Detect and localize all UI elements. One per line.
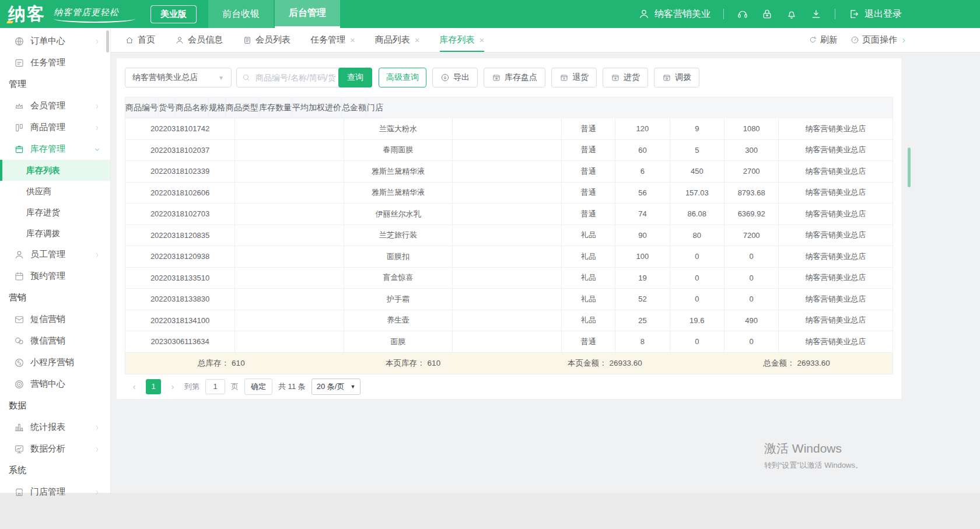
page-size-select[interactable]: 20 条/页 ▼ <box>312 379 361 395</box>
advanced-search-button[interactable]: 高级查询 <box>379 68 426 87</box>
sidebar-item-miniprogram-marketing[interactable]: 小程序营销 <box>0 352 110 373</box>
prev-page-button[interactable]: ‹ <box>128 381 140 391</box>
table-row[interactable]: 20220318133830 护手霜 礼品 52 0 0 纳客营销美业总店 <box>125 289 892 310</box>
cell-product-code: 20220318102703 <box>125 204 235 225</box>
refresh-icon <box>808 36 817 44</box>
table-row[interactable]: 20220318102703 伊丽丝尔水乳 普通 74 86.08 6369.9… <box>125 204 892 225</box>
notification-bell-icon[interactable] <box>786 8 797 20</box>
nav-front-cashier[interactable]: 前台收银 <box>208 0 274 28</box>
stocktake-button[interactable]: 库存盘点 <box>484 68 545 87</box>
slogan-text: 纳客管店更轻松 <box>54 7 135 18</box>
cell-stock-qty: 100 <box>615 246 670 268</box>
lock-icon[interactable] <box>761 8 773 20</box>
sidebar-item-task-management[interactable]: 任务管理 <box>0 52 110 73</box>
sidebar-item-store-management[interactable]: 门店管理 <box>0 481 110 503</box>
table-row[interactable]: 20220318101742 兰蔻大粉水 普通 120 9 1080 纳客营销美… <box>125 118 892 140</box>
sidebar-item-order-center[interactable]: 订单中心 <box>0 30 110 52</box>
cell-product-code: 20220318134100 <box>125 310 235 332</box>
slogan: 纳客管店更轻松 <box>54 7 135 23</box>
sidebar-section-marketing: 营销 <box>0 287 110 309</box>
cell-product-name: 面膜扣 <box>344 246 453 268</box>
export-label: 导出 <box>453 72 470 83</box>
nav-back-management[interactable]: 后台管理 <box>275 0 340 28</box>
cell-product-name: 雅斯兰黛精华液 <box>344 161 453 183</box>
tab-inventory-list[interactable]: 库存列表 × <box>440 28 485 52</box>
cell-total-amount: 0 <box>724 268 779 289</box>
tab-home[interactable]: 首页 <box>125 28 155 52</box>
user-menu[interactable]: 纳客营销美业 <box>638 8 710 20</box>
table-row[interactable]: 20220318133510 盲盒惊喜 礼品 19 0 0 纳客营销美业总店 <box>125 268 892 289</box>
sidebar-item-supplier[interactable]: 供应商 <box>0 181 110 202</box>
cell-total-amount: 7200 <box>724 225 779 247</box>
sidebar-item-wechat-marketing[interactable]: 微信营销 <box>0 330 110 352</box>
page-size-value: 20 条/页 <box>317 381 345 392</box>
cell-product-code: 20230306113634 <box>125 331 235 353</box>
cell-spec <box>453 140 562 162</box>
sidebar-item-staff-management[interactable]: 员工管理 <box>0 244 110 265</box>
cell-total-amount: 2700 <box>724 161 779 183</box>
close-icon[interactable]: × <box>415 35 420 45</box>
tab-member-info[interactable]: 会员信息 <box>175 28 223 52</box>
sidebar-item-inventory-purchase[interactable]: 库存进货 <box>0 202 110 223</box>
sidebar-item-inventory-list[interactable]: 库存列表 <box>0 160 110 181</box>
table-row[interactable]: 20220318134100 养生壶 礼品 25 19.6 490 纳客营销美业… <box>125 310 892 332</box>
goto-page-input[interactable] <box>205 379 225 394</box>
cell-item-number <box>235 289 344 310</box>
table-row[interactable]: 20230306113634 面膜 普通 8 0 0 纳客营销美业总店 <box>125 331 892 353</box>
next-page-button[interactable]: › <box>167 381 178 391</box>
store-select[interactable]: 纳客营销美业总店 ▼ <box>125 68 232 87</box>
sidebar-item-inventory-management[interactable]: 库存管理 <box>0 138 110 160</box>
table-row[interactable]: 20220318102037 春雨面膜 普通 60 5 300 纳客营销美业总店 <box>125 140 892 162</box>
user-icon <box>638 8 650 20</box>
table-row[interactable]: 20220318120938 面膜扣 礼品 100 0 0 纳客营销美业总店 <box>125 246 892 268</box>
return-goods-button[interactable]: 退货 <box>551 68 597 87</box>
confirm-button[interactable]: 确定 <box>244 379 272 395</box>
sidebar-item-label: 员工管理 <box>30 249 93 260</box>
cell-stock-qty: 52 <box>615 289 670 310</box>
table-row[interactable]: 20220318102339 雅斯兰黛精华液 普通 6 450 2700 纳客营… <box>125 161 892 183</box>
close-icon[interactable]: × <box>480 35 485 45</box>
sidebar-item-member-management[interactable]: 会员管理 <box>0 95 110 117</box>
support-headset-icon[interactable] <box>737 8 748 20</box>
topbar-right: 纳客营销美业 退出登录 <box>638 0 902 28</box>
sidebar-item-data-analysis[interactable]: 数据分析 <box>0 438 110 460</box>
store-select-value: 纳客营销美业总店 <box>132 72 198 83</box>
table-row[interactable]: 20220318102606 雅斯兰黛精华液 普通 56 157.03 8793… <box>125 183 892 204</box>
cell-product-type: 普通 <box>562 161 615 183</box>
search-button[interactable]: 查询 <box>338 68 372 87</box>
slogan-underline <box>54 19 135 23</box>
sidebar-item-statistics-report[interactable]: 统计报表 <box>0 416 110 438</box>
sidebar-item-product-management[interactable]: 商品管理 <box>0 117 110 138</box>
sidebar-item-appointment-management[interactable]: 预约管理 <box>0 265 110 287</box>
toolbar: 纳客营销美业总店 ▼ 查询 高级查询 导出 <box>125 68 893 87</box>
cell-avg-price: 0 <box>670 246 724 268</box>
tab-task-management[interactable]: 任务管理 × <box>310 28 355 52</box>
main-area: 首页 会员信息 会员列表 任务管理 × 商品列表 × <box>111 28 980 493</box>
table-header-cell: 门店 <box>367 97 383 118</box>
cell-item-number <box>235 161 344 183</box>
transfer-button[interactable]: 调拨 <box>654 68 699 87</box>
sidebar-item-label: 预约管理 <box>30 271 101 282</box>
divider <box>835 9 835 19</box>
sidebar-item-inventory-transfer[interactable]: 库存调拨 <box>0 223 110 244</box>
purchase-button[interactable]: 进货 <box>603 68 648 87</box>
download-icon[interactable] <box>810 8 822 20</box>
tab-member-list[interactable]: 会员列表 <box>243 28 290 52</box>
vertical-scrollbar[interactable] <box>908 148 911 187</box>
sidebar-item-sms-marketing[interactable]: 短信营销 <box>0 309 110 330</box>
edition-badge[interactable]: 美业版 <box>150 5 197 23</box>
export-button[interactable]: 导出 <box>432 68 478 87</box>
logout-button[interactable]: 退出登录 <box>848 8 902 20</box>
cell-product-code: 20220318102606 <box>125 183 235 204</box>
refresh-button[interactable]: 刷新 <box>808 34 838 45</box>
cell-item-number <box>235 204 344 225</box>
tab-product-list[interactable]: 商品列表 × <box>375 28 420 52</box>
chevron-right-icon <box>900 36 908 44</box>
page-1-button[interactable]: 1 <box>146 379 161 394</box>
sidebar-item-marketing-center[interactable]: 营销中心 <box>0 373 110 395</box>
page-operations-button[interactable]: 页面操作 <box>850 34 908 45</box>
close-icon[interactable]: × <box>350 35 355 45</box>
cell-store: 纳客营销美业总店 <box>779 331 892 353</box>
table-row[interactable]: 20220318120835 兰芝旅行装 礼品 90 80 7200 纳客营销美… <box>125 225 892 247</box>
sidebar: 订单中心 任务管理 管理 会员管理 商品管理 库存管理 <box>0 28 111 493</box>
